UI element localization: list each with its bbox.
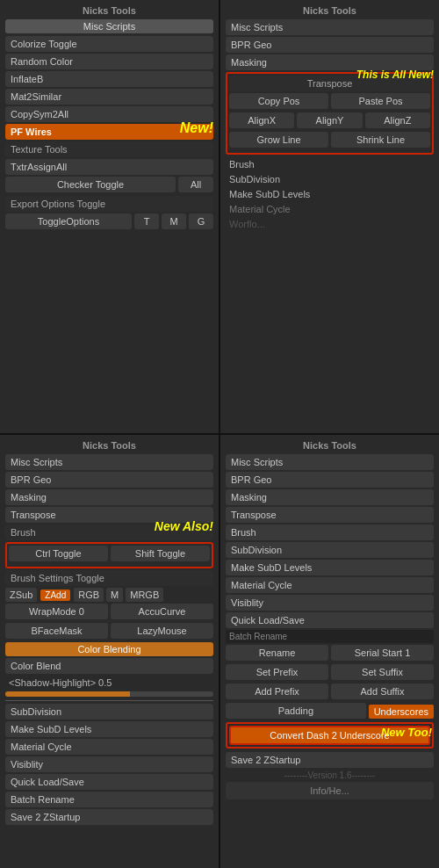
color-blend-slider[interactable] [5, 691, 213, 697]
checker-toggle-btn[interactable]: Checker Toggle [5, 177, 176, 192]
new-too-label: New Too! [381, 726, 432, 739]
toggle-g-btn[interactable]: G [189, 213, 213, 229]
version-line: --------Version 1.6-------- [226, 770, 434, 780]
visibility-bl[interactable]: Visiblity [5, 756, 213, 772]
rename-serial-row: Rename Serial Start 1 [226, 645, 434, 662]
batch-rename-section-br: Batch Rename [226, 630, 434, 643]
brush-br[interactable]: Brush [226, 524, 434, 540]
copy-paste-row: Copy Pos Paste Pos [229, 93, 430, 111]
toggle-m-btn[interactable]: M [162, 213, 186, 229]
wrap-mode-btn[interactable]: WrapMode 0 [5, 604, 108, 619]
serial-start-btn[interactable]: Serial Start 1 [331, 645, 434, 661]
colorize-toggle-btn[interactable]: Colorize Toggle [5, 36, 213, 52]
set-prefix-btn[interactable]: Set Prefix [226, 664, 328, 680]
subdivision-label-tr: SubDivision [226, 172, 434, 186]
m-item[interactable]: M [106, 588, 123, 602]
panel-title-top-left: Nicks Tools [5, 5, 213, 16]
bface-mask-btn[interactable]: BFaceMask [5, 623, 108, 639]
set-suffix-btn[interactable]: Set Suffix [331, 664, 434, 680]
grow-line-btn[interactable]: Grow Line [229, 132, 328, 148]
quick-load-bl[interactable]: Quick Load/Save [5, 774, 213, 790]
copy-pos-btn[interactable]: Copy Pos [229, 93, 328, 109]
panel-title-top-right: Nicks Tools [226, 5, 434, 16]
bpr-geo-bl[interactable]: BPR Geo [5, 472, 213, 488]
subdivision-bl[interactable]: SubDivision [5, 704, 213, 720]
quick-load-br[interactable]: Quick Load/Save [226, 612, 434, 628]
misc-scripts-tr[interactable]: Misc Scripts [226, 19, 434, 35]
make-subd-br[interactable]: Make SubD Levels [226, 560, 434, 575]
shrink-line-btn[interactable]: Shrink Line [331, 132, 430, 148]
mrgb-item[interactable]: MRGB [126, 588, 163, 602]
export-toggle-btn[interactable]: Export Options Toggle [5, 196, 213, 212]
panel-bottom-right: Nicks Tools Misc Scripts BPR Geo Masking… [220, 435, 439, 868]
info-btn[interactable]: Info/He... [226, 782, 434, 799]
rename-btn[interactable]: Rename [226, 645, 328, 661]
divider-bl [5, 700, 213, 701]
mat2similar-btn[interactable]: Mat2Similar [5, 89, 213, 105]
inflate-b-btn[interactable]: InflateB [5, 71, 213, 87]
rgb-item[interactable]: RGB [74, 588, 104, 602]
add-suffix-btn[interactable]: Add Suffix [331, 684, 434, 699]
tool-row-bl: ZSub ZAdd RGB M MRGB [5, 588, 213, 602]
masking-bl[interactable]: Masking [5, 489, 213, 505]
lazy-mouse-btn[interactable]: LazyMouse [111, 623, 213, 639]
main-layout: Nicks Tools Misc Scripts Colorize Toggle… [0, 0, 439, 868]
worflo-label-tr: Worflo... [226, 217, 434, 231]
align-y-btn[interactable]: AlignY [297, 112, 362, 128]
visibility-br[interactable]: Visiblity [226, 595, 434, 611]
add-prefix-suffix-row: Add Prefix Add Suffix [226, 684, 434, 701]
toggle-t-btn[interactable]: T [134, 213, 159, 229]
checker-all-btn[interactable]: All [178, 177, 213, 192]
padding-btn[interactable]: Padding [226, 703, 366, 719]
save-startup-bl[interactable]: Save 2 ZStartup [5, 809, 213, 825]
bpr-geo-br[interactable]: BPR Geo [226, 472, 434, 488]
texture-tools-btn[interactable]: Texture Tools [5, 141, 213, 157]
this-is-all-new-label: This is All New! [356, 69, 434, 81]
add-prefix-btn[interactable]: Add Prefix [226, 684, 328, 699]
new-label-tl: New! [180, 120, 213, 136]
color-blending-header: Color Blending [5, 642, 213, 656]
set-prefix-suffix-row: Set Prefix Set Suffix [226, 664, 434, 682]
align-x-btn[interactable]: AlignX [229, 112, 294, 128]
brush-settings-toggle-btn[interactable]: Brush Settings Toggle [5, 570, 213, 586]
save-startup-br[interactable]: Save 2 ZStartup [226, 752, 434, 768]
batch-rename-bl[interactable]: Batch Rename [5, 792, 213, 807]
subdivision-br[interactable]: SubDivision [226, 542, 434, 558]
random-color-btn[interactable]: Random Color [5, 54, 213, 69]
material-cycle-br[interactable]: Material Cycle [226, 577, 434, 593]
misc-scripts-btn-tl[interactable]: Misc Scripts [5, 19, 213, 33]
color-blend-btn[interactable]: Color Blend [5, 658, 213, 674]
ctrl-toggle-btn[interactable]: Ctrl Toggle [9, 546, 108, 561]
zadd-item[interactable]: ZAdd [40, 590, 70, 601]
panel-title-bottom-left: Nicks Tools [5, 440, 213, 451]
make-subd-label-tr: Make SubD Levels [226, 187, 434, 201]
masking-br[interactable]: Masking [226, 489, 434, 505]
checker-row: Checker Toggle All [5, 177, 213, 194]
ctrl-shift-box: Ctrl Toggle Shift Toggle [5, 542, 213, 568]
shift-toggle-btn[interactable]: Shift Toggle [111, 546, 210, 561]
paste-pos-btn[interactable]: Paste Pos [331, 93, 430, 109]
ctrl-shift-row: Ctrl Toggle Shift Toggle [9, 546, 210, 563]
material-cycle-label-tr: Material Cycle [226, 202, 434, 216]
grow-shrink-row: Grow Line Shrink Line [229, 132, 430, 149]
align-z-btn[interactable]: AlignZ [365, 112, 430, 128]
bface-lazy-row: BFaceMask LazyMouse [5, 623, 213, 640]
panel-title-bottom-right: Nicks Tools [226, 440, 434, 451]
accu-curve-btn[interactable]: AccuCurve [111, 604, 213, 619]
transpose-br[interactable]: Transpose [226, 507, 434, 523]
toggle-options-btn[interactable]: ToggleOptions [5, 213, 132, 229]
panel-top-right: Nicks Tools Misc Scripts BPR Geo Masking… [220, 0, 439, 433]
panel-top-left: Nicks Tools Misc Scripts Colorize Toggle… [0, 0, 219, 433]
wrap-accu-row: WrapMode 0 AccuCurve [5, 604, 213, 621]
zsub-item[interactable]: ZSub [5, 588, 37, 602]
misc-scripts-br[interactable]: Misc Scripts [226, 454, 434, 470]
shadow-highlight-label: <Shadow-Highlight> 0.5 [5, 676, 213, 690]
txtr-assign-btn[interactable]: TxtrAssignAll [5, 159, 213, 175]
toggle-options-row: ToggleOptions T M G [5, 213, 213, 231]
material-cycle-bl[interactable]: Material Cycle [5, 739, 213, 755]
make-subd-bl[interactable]: Make SubD Levels [5, 721, 213, 737]
misc-scripts-bl[interactable]: Misc Scripts [5, 454, 213, 470]
bpr-geo-tr[interactable]: BPR Geo [226, 37, 434, 53]
underscores-btn[interactable]: Underscores [369, 705, 434, 719]
align-row: AlignX AlignY AlignZ [229, 112, 430, 130]
